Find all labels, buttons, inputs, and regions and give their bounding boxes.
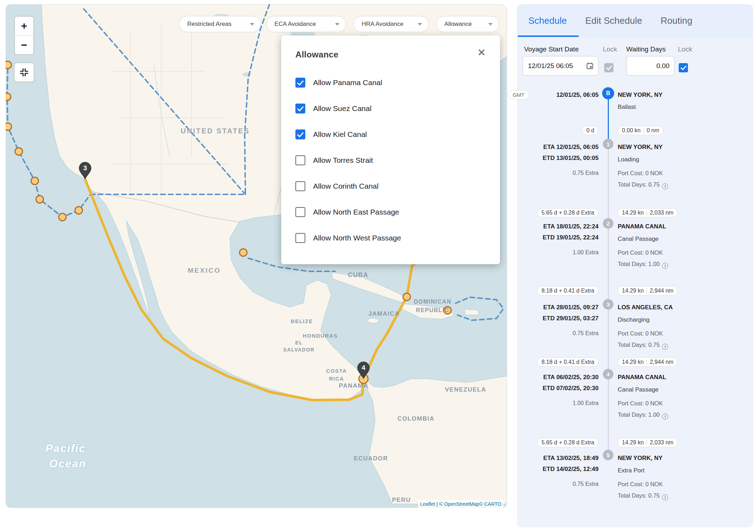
svg-text:VENEZUELA: VENEZUELA bbox=[445, 386, 486, 393]
option-allow-suez-canal[interactable]: Allow Suez Canal bbox=[295, 95, 484, 121]
checkbox[interactable] bbox=[295, 233, 305, 243]
timeline-leg: 5.65 d + 0.28 d Extra 14.29 kn2,033 nm bbox=[523, 438, 750, 448]
calendar-icon[interactable] bbox=[586, 62, 594, 70]
info-icon[interactable]: i bbox=[662, 183, 668, 189]
option-allow-corinth-canal[interactable]: Allow Corinth Canal bbox=[295, 173, 484, 199]
waiting-lock-checkbox[interactable] bbox=[679, 63, 688, 72]
leg-duration-badge: 8.18 d + 0.41 d Extra bbox=[537, 286, 599, 295]
leg-speed-distance-badge: 14.29 kn2,033 nm bbox=[618, 438, 678, 447]
panel-tabs: Schedule Edit Schedule Routing bbox=[517, 4, 753, 37]
checkbox[interactable] bbox=[295, 207, 305, 217]
badge-divider bbox=[643, 128, 644, 133]
svg-text:HONDURAS: HONDURAS bbox=[303, 333, 338, 339]
filter-allowance[interactable]: Allowance bbox=[436, 16, 499, 32]
voyage-lock-checkbox[interactable] bbox=[604, 63, 613, 72]
leg-speed: 0.00 kn bbox=[622, 127, 640, 134]
stop-extra-days: 0.75 Extra bbox=[523, 480, 599, 488]
map-zoom-control: + − bbox=[14, 16, 34, 55]
stop-eta: ETA 18/01/25, 22:24 bbox=[523, 223, 599, 231]
leg-distance: 2,944 nm bbox=[650, 359, 673, 365]
timeline-marker-b[interactable]: B bbox=[602, 87, 614, 99]
chevron-down-icon bbox=[250, 23, 254, 26]
voyage-start-date-label: Voyage Start Date bbox=[524, 45, 579, 53]
svg-text:3: 3 bbox=[83, 164, 87, 172]
leg-speed: 14.29 kn bbox=[622, 359, 644, 365]
info-icon[interactable]: i bbox=[662, 263, 668, 269]
filter-eca-avoidance[interactable]: ECA Avoidance bbox=[266, 16, 346, 32]
leg-speed-distance-badge: 0.00 kn0 nm bbox=[618, 126, 663, 135]
svg-text:DOMINICAN: DOMINICAN bbox=[414, 299, 451, 305]
stop-eta: ETA 06/02/25, 20:30 bbox=[523, 373, 599, 381]
tab-schedule[interactable]: Schedule bbox=[528, 15, 567, 26]
info-icon[interactable]: i bbox=[662, 494, 668, 500]
leg-duration-badge: 5.65 d + 0.28 d Extra bbox=[537, 208, 599, 217]
badge-divider bbox=[646, 210, 647, 216]
zoom-out-button[interactable]: − bbox=[15, 35, 33, 54]
zoom-in-button[interactable]: + bbox=[15, 17, 33, 35]
svg-text:COLOMBIA: COLOMBIA bbox=[398, 415, 435, 422]
close-icon[interactable]: ✕ bbox=[477, 48, 486, 58]
leg-distance: 2,033 nm bbox=[650, 210, 673, 216]
option-allow-north-west-passage[interactable]: Allow North West Passage bbox=[295, 225, 484, 251]
app: UNITED STATES MEXICO CUBA JAMAICA DOMINI… bbox=[0, 0, 756, 532]
timeline-stop-2[interactable]: ETA 18/01/25, 22:24 ETD 19/01/25, 22:24 … bbox=[523, 218, 750, 271]
voyage-start-date-input[interactable]: 12/01/25 06:05 bbox=[523, 56, 599, 76]
option-allow-kiel-canal[interactable]: Allow Kiel Canal bbox=[295, 121, 484, 147]
option-allow-panama-canal[interactable]: Allow Panama Canal bbox=[295, 70, 484, 95]
filter-label: Restricted Areas bbox=[187, 21, 232, 28]
leg-distance: 2,944 nm bbox=[650, 288, 673, 294]
timeline-marker[interactable]: 4 bbox=[603, 369, 613, 379]
svg-text:Pacific: Pacific bbox=[45, 442, 86, 455]
leaflet-link[interactable]: Leaflet bbox=[420, 501, 435, 507]
timeline-stop-1[interactable]: ETA 12/01/25, 06:05 ETD 13/01/25, 00:05 … bbox=[523, 139, 750, 192]
stop-etd: ETD 19/01/25, 22:24 bbox=[523, 234, 599, 242]
svg-text:UNITED STATES: UNITED STATES bbox=[181, 127, 250, 135]
fit-bounds-button[interactable] bbox=[14, 62, 34, 82]
svg-text:Ocean: Ocean bbox=[49, 458, 87, 470]
timeline-stop-3[interactable]: ETA 28/01/25, 09:27 ETD 29/01/25, 03:27 … bbox=[523, 299, 750, 352]
timeline-marker[interactable]: 1 bbox=[603, 139, 613, 149]
timeline-leg: 5.65 d + 0.28 d Extra 14.29 kn2,033 nm bbox=[523, 208, 750, 218]
chevron-down-icon bbox=[488, 23, 493, 26]
waiting-days-input[interactable]: 0.00 bbox=[626, 56, 674, 76]
checkbox[interactable] bbox=[295, 78, 305, 88]
checkbox[interactable] bbox=[295, 155, 305, 165]
checkbox-label: Allow Corinth Canal bbox=[313, 182, 378, 190]
timeline-marker[interactable]: 3 bbox=[603, 299, 613, 310]
checkbox-label: Allow Suez Canal bbox=[313, 104, 372, 113]
checkbox-label: Allow Panama Canal bbox=[313, 78, 382, 87]
checkbox-label: Allow Torres Strait bbox=[313, 156, 373, 165]
svg-text:REPUBLIC: REPUBLIC bbox=[416, 307, 449, 313]
leg-duration-badge: 5.65 d + 0.28 d Extra bbox=[537, 438, 599, 447]
timeline-marker[interactable]: 5 bbox=[603, 450, 613, 460]
option-allow-torres-strait[interactable]: Allow Torres Strait bbox=[295, 147, 484, 173]
tab-edit-schedule[interactable]: Edit Schedule bbox=[585, 15, 642, 26]
svg-text:CUBA: CUBA bbox=[348, 271, 368, 278]
waiting-lock-label: Lock bbox=[678, 45, 692, 53]
openstreetmap-link[interactable]: © OpenStreetMap bbox=[439, 501, 479, 507]
leg-speed: 14.29 kn bbox=[622, 288, 644, 294]
tab-routing[interactable]: Routing bbox=[661, 15, 693, 26]
checkbox[interactable] bbox=[295, 129, 305, 139]
option-allow-north-east-passage[interactable]: Allow North East Passage bbox=[295, 199, 484, 225]
checkbox[interactable] bbox=[295, 104, 305, 113]
checkbox[interactable] bbox=[295, 181, 305, 191]
timeline-stop-4[interactable]: ETA 06/02/25, 20:30 ETD 07/02/25, 20:30 … bbox=[523, 369, 750, 422]
timeline-marker[interactable]: 2 bbox=[603, 218, 613, 229]
stop-etd: ETD 07/02/25, 20:30 bbox=[523, 384, 599, 392]
leg-speed-distance-badge: 14.29 kn2,033 nm bbox=[618, 208, 678, 217]
collapse-corners-icon bbox=[20, 68, 29, 77]
map-canvas[interactable]: UNITED STATES MEXICO CUBA JAMAICA DOMINI… bbox=[6, 4, 507, 508]
carto-link[interactable]: © CARTO bbox=[479, 501, 501, 507]
badge-divider bbox=[646, 288, 647, 294]
filter-hra-avoidance[interactable]: HRA Avoidance bbox=[354, 16, 429, 32]
leg-distance: 0 nm bbox=[646, 127, 659, 134]
info-icon[interactable]: i bbox=[662, 414, 668, 420]
waiting-days-label: Waiting Days bbox=[626, 45, 666, 53]
svg-text:SALVADOR: SALVADOR bbox=[283, 347, 315, 353]
filter-label: Allowance bbox=[444, 21, 472, 28]
info-icon[interactable]: i bbox=[662, 344, 668, 350]
timeline-stop-5[interactable]: ETA 13/02/25, 18:49 ETD 14/02/25, 12:49 … bbox=[523, 450, 750, 503]
filter-restricted-areas[interactable]: Restricted Areas bbox=[179, 16, 261, 32]
filter-label: HRA Avoidance bbox=[362, 21, 404, 28]
